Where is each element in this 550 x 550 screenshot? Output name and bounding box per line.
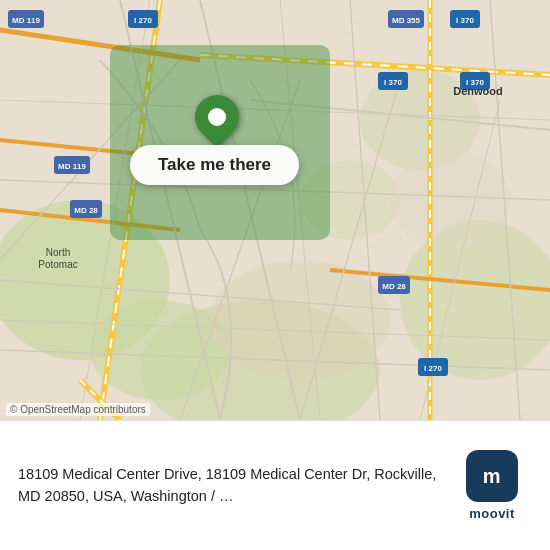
moovit-logo: m moovit — [452, 450, 532, 521]
map-attribution: © OpenStreetMap contributors — [6, 403, 150, 416]
svg-text:m: m — [483, 465, 501, 487]
info-panel: 18109 Medical Center Drive, 18109 Medica… — [0, 420, 550, 550]
svg-text:North: North — [46, 247, 70, 258]
svg-text:Potomac: Potomac — [38, 259, 77, 270]
svg-text:I 270: I 270 — [424, 364, 442, 373]
svg-text:MD 28: MD 28 — [382, 282, 406, 291]
moovit-icon: m — [466, 450, 518, 502]
address-info: 18109 Medical Center Drive, 18109 Medica… — [18, 464, 438, 506]
svg-text:MD 355: MD 355 — [392, 16, 421, 25]
map-roads-svg: MD 119 MD 119 MD 28 I 270 MD 355 I 370 I… — [0, 0, 550, 420]
svg-text:MD 28: MD 28 — [74, 206, 98, 215]
address-text: 18109 Medical Center Drive, 18109 Medica… — [18, 466, 436, 503]
svg-text:I 370: I 370 — [456, 16, 474, 25]
svg-text:Denwood: Denwood — [453, 85, 503, 97]
svg-text:MD 119: MD 119 — [12, 16, 41, 25]
take-me-there-button[interactable]: Take me there — [130, 145, 299, 185]
moovit-text: moovit — [469, 506, 515, 521]
svg-text:I 370: I 370 — [384, 78, 402, 87]
pin-icon — [186, 86, 248, 148]
map-area: MD 119 MD 119 MD 28 I 270 MD 355 I 370 I… — [0, 0, 550, 420]
app: MD 119 MD 119 MD 28 I 270 MD 355 I 370 I… — [0, 0, 550, 550]
svg-point-7 — [210, 260, 390, 380]
svg-point-8 — [390, 150, 510, 250]
map-pin — [195, 95, 239, 139]
pin-inner-dot — [208, 108, 226, 126]
svg-text:I 270: I 270 — [134, 16, 152, 25]
svg-text:MD 119: MD 119 — [58, 162, 87, 171]
